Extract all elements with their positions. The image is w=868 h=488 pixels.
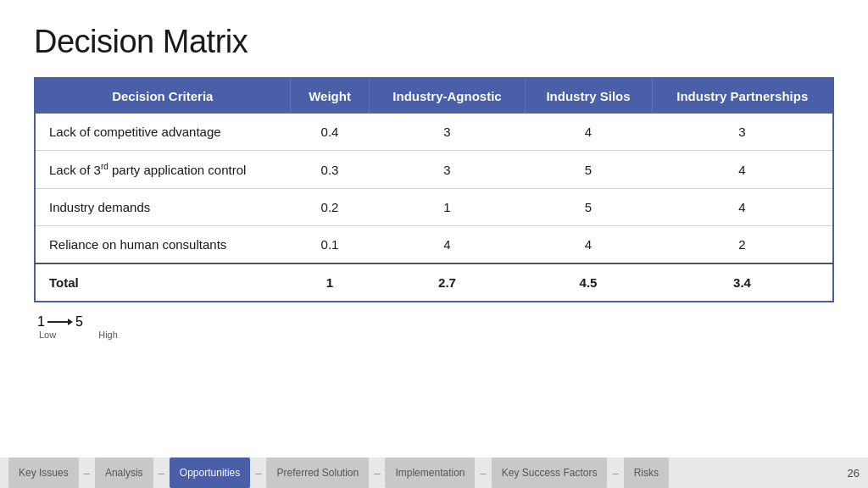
scale-legend: 1 5 Low High bbox=[34, 314, 834, 340]
bottom-nav: Key Issues–Analysis–Opportunities–Prefer… bbox=[0, 458, 868, 488]
col-header-weight: Weight bbox=[290, 78, 370, 114]
scale-low-label: Low bbox=[39, 330, 56, 340]
col-header-partnerships: Industry Partnerships bbox=[652, 78, 833, 114]
nav-item-key-success-factors[interactable]: Key Success Factors bbox=[492, 458, 608, 488]
nav-item-preferred-solution[interactable]: Preferred Solution bbox=[266, 458, 369, 488]
nav-separator: – bbox=[476, 467, 489, 480]
table-row: Lack of competitive advantage 0.4 3 4 3 bbox=[35, 114, 833, 151]
nav-separator: – bbox=[370, 467, 383, 480]
cell-silos: 4 bbox=[525, 114, 652, 151]
cell-silos: 5 bbox=[525, 151, 652, 189]
cell-weight: 0.3 bbox=[290, 151, 370, 189]
cell-weight: 0.4 bbox=[290, 114, 370, 151]
cell-weight: 0.2 bbox=[290, 189, 370, 226]
table-row: Lack of 3rd party application control 0.… bbox=[35, 151, 833, 189]
nav-item-opportunities[interactable]: Opportunities bbox=[170, 458, 250, 488]
scale-high-num: 5 bbox=[75, 314, 83, 330]
cell-partnerships: 4 bbox=[652, 151, 833, 189]
nav-separator: – bbox=[252, 467, 264, 480]
nav-item-implementation[interactable]: Implementation bbox=[385, 458, 475, 488]
table-row: Industry demands 0.2 1 5 4 bbox=[35, 189, 833, 226]
cell-agnostic: 3 bbox=[370, 114, 525, 151]
cell-agnostic: 3 bbox=[370, 151, 525, 189]
svg-marker-1 bbox=[68, 319, 73, 325]
main-content: Decision Matrix Decision Criteria Weight… bbox=[0, 0, 868, 340]
cell-partnerships: 4 bbox=[652, 189, 833, 226]
nav-item-risks[interactable]: Risks bbox=[624, 458, 669, 488]
scale-high-label: High bbox=[98, 330, 118, 340]
table-row: Reliance on human consultants 0.1 4 4 2 bbox=[35, 226, 833, 264]
scale-block: 1 5 Low High bbox=[37, 314, 118, 340]
scale-arrow-icon bbox=[47, 316, 73, 328]
cell-silos: 4 bbox=[525, 226, 652, 264]
cell-partnerships: 3 bbox=[652, 114, 833, 151]
scale-low-num: 1 bbox=[37, 314, 45, 330]
scale-number-row: 1 5 bbox=[37, 314, 83, 330]
table-total-row: Total 1 2.7 4.5 3.4 bbox=[35, 263, 833, 302]
cell-total-silos: 4.5 bbox=[525, 263, 652, 302]
cell-partnerships: 2 bbox=[652, 226, 833, 264]
cell-total-partnerships: 3.4 bbox=[652, 263, 833, 302]
page-title: Decision Matrix bbox=[34, 24, 834, 60]
nav-separator: – bbox=[609, 467, 621, 480]
cell-criteria: Lack of 3rd party application control bbox=[35, 151, 290, 189]
nav-item-analysis[interactable]: Analysis bbox=[95, 458, 153, 488]
col-header-agnostic: Industry-Agnostic bbox=[370, 78, 525, 114]
col-header-criteria: Decision Criteria bbox=[35, 78, 290, 114]
cell-criteria: Reliance on human consultants bbox=[35, 226, 290, 264]
nav-item-key-issues[interactable]: Key Issues bbox=[8, 458, 79, 488]
cell-total-label: Total bbox=[35, 263, 290, 302]
cell-total-agnostic: 2.7 bbox=[370, 263, 525, 302]
page-number: 26 bbox=[848, 467, 860, 480]
cell-total-weight: 1 bbox=[290, 263, 370, 302]
nav-separator: – bbox=[81, 467, 93, 480]
cell-agnostic: 4 bbox=[370, 226, 525, 264]
cell-criteria: Industry demands bbox=[35, 189, 290, 226]
table-header-row: Decision Criteria Weight Industry-Agnost… bbox=[35, 78, 833, 114]
cell-agnostic: 1 bbox=[370, 189, 525, 226]
col-header-silos: Industry Silos bbox=[525, 78, 652, 114]
nav-separator: – bbox=[155, 467, 168, 480]
decision-matrix-table: Decision Criteria Weight Industry-Agnost… bbox=[34, 77, 834, 302]
cell-weight: 0.1 bbox=[290, 226, 370, 264]
cell-silos: 5 bbox=[525, 189, 652, 226]
cell-criteria: Lack of competitive advantage bbox=[35, 114, 290, 151]
